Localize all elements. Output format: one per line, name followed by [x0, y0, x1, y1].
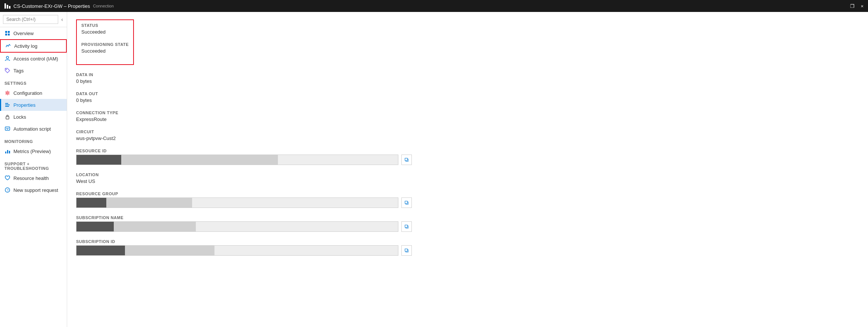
- svg-point-6: [7, 92, 9, 94]
- svg-rect-20: [405, 201, 407, 203]
- sidebar-item-configuration-label: Configuration: [13, 90, 42, 96]
- sidebar-item-locks-label: Locks: [13, 114, 26, 120]
- resource-group-row: [76, 197, 412, 208]
- main-content: STATUS Succeeded PROVISIONING STATE Succ…: [67, 12, 868, 327]
- subscription-id-row: [76, 245, 412, 256]
- sidebar-item-resource-health[interactable]: Resource health: [0, 172, 67, 184]
- sidebar-item-new-support-request[interactable]: ? New support request: [0, 184, 67, 196]
- sidebar-item-metrics-label: Metrics (Preview): [13, 149, 51, 154]
- provisioning-section: PROVISIONING STATE Succeeded: [81, 42, 129, 54]
- copy-icon: [405, 248, 408, 253]
- location-value: West US: [76, 178, 412, 184]
- circuit-value: wus-pvtpvw-Cust2: [76, 136, 412, 141]
- heart-icon: [4, 175, 10, 181]
- svg-rect-3: [8, 34, 10, 35]
- azure-icon: [4, 3, 10, 9]
- svg-rect-18: [405, 158, 407, 161]
- subscription-name-bar: [76, 221, 398, 232]
- svg-rect-2: [5, 34, 7, 35]
- subscription-name-section: SUBSCRIPTION NAME: [76, 215, 412, 232]
- chart-icon: [4, 148, 10, 154]
- sidebar-item-tags-label: Tags: [13, 68, 23, 74]
- sidebar-item-configuration[interactable]: Configuration: [0, 87, 67, 99]
- svg-rect-1: [8, 31, 10, 33]
- status-label: STATUS: [81, 23, 129, 28]
- sidebar-item-overview[interactable]: Overview: [0, 27, 67, 39]
- sidebar-item-activity-log[interactable]: Activity log: [0, 39, 67, 53]
- data-in-section: DATA IN 0 bytes: [76, 72, 412, 84]
- properties-grid: STATUS Succeeded PROVISIONING STATE Succ…: [76, 19, 412, 256]
- sidebar-item-access-control-label: Access control (IAM): [13, 56, 58, 62]
- resource-id-bar: [76, 155, 398, 165]
- connection-type-label: CONNECTION TYPE: [76, 110, 412, 115]
- titlebar: CS-Customer-EXr-GW – Properties Connecti…: [0, 0, 868, 12]
- provisioning-value: Succeeded: [81, 48, 129, 54]
- svg-rect-10: [6, 116, 9, 119]
- collapse-button[interactable]: ‹: [60, 16, 64, 23]
- tag-icon: [4, 68, 10, 74]
- sidebar-item-automation-script[interactable]: Automation script: [0, 123, 67, 135]
- support-icon: ?: [4, 187, 10, 193]
- sidebar-item-automation-script-label: Automation script: [13, 126, 51, 132]
- sidebar-item-overview-label: Overview: [13, 31, 34, 36]
- resource-group-section: RESOURCE GROUP: [76, 191, 412, 208]
- svg-rect-11: [5, 127, 10, 130]
- support-section-label: SUPPORT + TROUBLESHOOTING: [0, 157, 67, 172]
- close-button[interactable]: ×: [861, 3, 864, 9]
- sidebar-item-activity-log-label: Activity log: [14, 43, 37, 49]
- resource-id-section: RESOURCE ID: [76, 149, 412, 165]
- sidebar-item-properties[interactable]: Properties: [0, 99, 67, 111]
- gear-icon: [4, 90, 10, 96]
- svg-rect-8: [5, 105, 10, 105]
- subscription-name-copy-button[interactable]: [401, 221, 412, 232]
- subscription-name-row: [76, 221, 412, 232]
- copy-icon: [405, 224, 408, 229]
- search-box[interactable]: ‹: [0, 12, 67, 27]
- settings-section-label: SETTINGS: [0, 77, 67, 87]
- resource-id-row: [76, 155, 412, 165]
- sidebar-item-tags[interactable]: Tags: [0, 65, 67, 77]
- subscription-id-label: SUBSCRIPTION ID: [76, 239, 412, 244]
- data-out-value: 0 bytes: [76, 97, 412, 103]
- svg-rect-0: [5, 31, 7, 33]
- sidebar-item-locks[interactable]: Locks: [0, 111, 67, 123]
- connection-type-section: CONNECTION TYPE ExpressRoute: [76, 110, 412, 122]
- svg-rect-14: [9, 151, 10, 153]
- automation-icon: [4, 126, 10, 132]
- overview-icon: [4, 30, 10, 36]
- circuit-section: CIRCUIT wus-pvtpvw-Cust2: [76, 130, 412, 141]
- resource-group-copy-button[interactable]: [401, 197, 412, 208]
- person-icon: [4, 56, 10, 62]
- svg-rect-7: [5, 103, 8, 104]
- status-provisioning-box: STATUS Succeeded PROVISIONING STATE Succ…: [76, 19, 134, 65]
- svg-rect-12: [5, 152, 6, 153]
- titlebar-title: CS-Customer-EXr-GW – Properties: [13, 3, 90, 9]
- svg-rect-9: [5, 106, 9, 107]
- titlebar-controls[interactable]: ❐ ×: [850, 3, 864, 9]
- provisioning-label: PROVISIONING STATE: [81, 42, 129, 47]
- location-section: LOCATION West US: [76, 172, 412, 184]
- sidebar-item-metrics[interactable]: Metrics (Preview): [0, 145, 67, 157]
- restore-button[interactable]: ❐: [850, 3, 855, 9]
- monitoring-section-label: MONITORING: [0, 135, 67, 145]
- subscription-id-bar: [76, 245, 398, 256]
- location-label: LOCATION: [76, 172, 412, 177]
- copy-icon: [405, 200, 408, 205]
- subscription-id-section: SUBSCRIPTION ID: [76, 239, 412, 256]
- lock-icon: [4, 114, 10, 120]
- activity-icon: [5, 43, 11, 49]
- subscription-id-copy-button[interactable]: [401, 245, 412, 256]
- svg-point-5: [6, 69, 7, 70]
- status-value: Succeeded: [81, 29, 129, 35]
- data-in-value: 0 bytes: [76, 78, 412, 84]
- search-input[interactable]: [3, 15, 58, 24]
- svg-point-4: [6, 56, 9, 59]
- sidebar-item-access-control[interactable]: Access control (IAM): [0, 53, 67, 65]
- svg-rect-24: [405, 249, 407, 251]
- resource-id-label: RESOURCE ID: [76, 149, 412, 153]
- titlebar-left: CS-Customer-EXr-GW – Properties Connecti…: [4, 3, 114, 9]
- status-section: STATUS Succeeded: [81, 23, 129, 35]
- sidebar-item-resource-health-label: Resource health: [13, 175, 49, 181]
- resource-id-copy-button[interactable]: [401, 155, 412, 165]
- sidebar-item-new-support-request-label: New support request: [13, 187, 58, 193]
